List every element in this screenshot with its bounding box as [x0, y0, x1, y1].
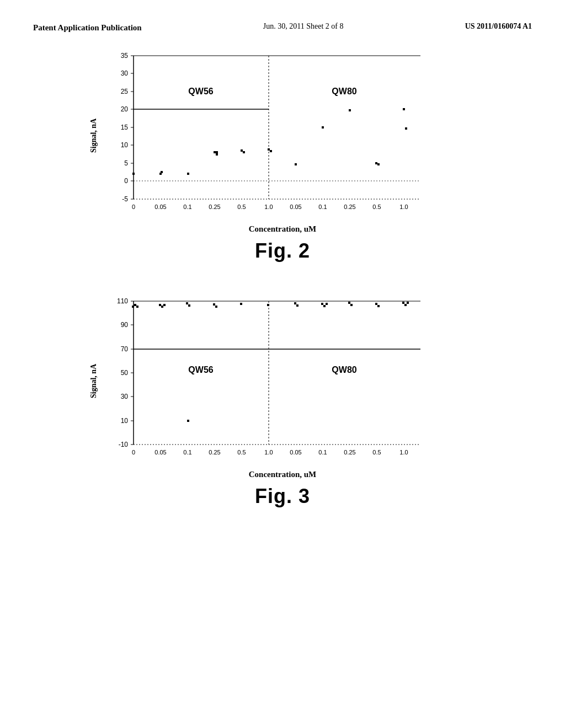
svg-text:0.25: 0.25	[209, 204, 220, 210]
svg-rect-47	[295, 163, 297, 165]
fig2-svg: 35 30 25 20 15 10	[100, 50, 443, 221]
svg-rect-100	[296, 304, 299, 307]
svg-text:0.5: 0.5	[372, 449, 381, 456]
svg-text:1.0: 1.0	[264, 204, 273, 210]
svg-text:0.25: 0.25	[344, 449, 355, 456]
svg-rect-97	[267, 304, 269, 306]
svg-rect-39	[187, 173, 189, 175]
svg-rect-48	[322, 126, 324, 129]
svg-rect-90	[161, 306, 163, 308]
svg-text:10: 10	[121, 417, 129, 425]
svg-text:QW56: QW56	[188, 87, 213, 96]
svg-rect-98	[187, 420, 189, 422]
svg-rect-109	[404, 304, 407, 306]
svg-rect-43	[241, 149, 243, 152]
header-center: Jun. 30, 2011 Sheet 2 of 8	[263, 22, 344, 31]
svg-text:0.1: 0.1	[183, 204, 191, 210]
svg-rect-108	[402, 302, 404, 304]
svg-text:20: 20	[121, 105, 129, 113]
svg-rect-92	[186, 302, 188, 304]
svg-rect-89	[159, 304, 161, 306]
svg-rect-93	[188, 304, 190, 307]
fig3-svg: 110 90 70 50 30 10	[100, 296, 443, 467]
svg-text:1.0: 1.0	[264, 449, 273, 456]
svg-rect-110	[407, 302, 409, 304]
svg-text:0.25: 0.25	[209, 449, 220, 456]
svg-rect-51	[377, 163, 380, 165]
svg-rect-104	[348, 302, 350, 304]
svg-text:0.5: 0.5	[237, 449, 246, 456]
svg-rect-40	[214, 151, 216, 153]
svg-rect-101	[321, 303, 323, 305]
svg-rect-52	[403, 108, 405, 110]
svg-text:0.5: 0.5	[237, 204, 246, 210]
svg-text:10: 10	[121, 141, 129, 149]
svg-rect-49	[349, 109, 351, 111]
fig2-y-label: Signal, nA	[89, 50, 98, 221]
svg-rect-91	[163, 304, 166, 306]
svg-text:-5: -5	[122, 195, 128, 203]
svg-rect-99	[294, 302, 296, 304]
svg-text:0.5: 0.5	[372, 204, 381, 210]
svg-rect-46	[270, 150, 272, 152]
fig2-title: Fig. 2	[255, 239, 310, 263]
fig3-x-label: Concentration, uM	[249, 470, 317, 479]
svg-rect-107	[377, 305, 380, 307]
svg-text:QW56: QW56	[188, 365, 213, 374]
svg-text:QW80: QW80	[332, 87, 356, 96]
datapoint	[132, 173, 135, 175]
svg-text:30: 30	[121, 393, 129, 400]
svg-rect-87	[134, 304, 136, 306]
svg-text:0.25: 0.25	[344, 204, 355, 210]
svg-text:0.05: 0.05	[290, 449, 301, 456]
svg-rect-44	[243, 151, 245, 153]
svg-rect-53	[405, 127, 407, 130]
svg-text:25: 25	[121, 88, 129, 95]
svg-text:110: 110	[117, 297, 128, 305]
svg-text:0.1: 0.1	[318, 204, 327, 210]
svg-text:0.05: 0.05	[290, 204, 301, 210]
fig2-section: Signal, nA 35	[89, 50, 476, 279]
svg-text:35: 35	[121, 52, 129, 60]
svg-rect-95	[215, 306, 217, 308]
svg-rect-88	[136, 306, 138, 308]
svg-text:-10: -10	[119, 441, 129, 448]
fig3-wrapper: Signal, nA 110 90	[89, 296, 476, 467]
svg-rect-45	[268, 148, 270, 151]
svg-text:1.0: 1.0	[399, 204, 408, 210]
svg-text:0: 0	[124, 177, 128, 185]
svg-text:0: 0	[132, 449, 135, 456]
svg-text:70: 70	[121, 345, 129, 353]
svg-rect-42	[216, 151, 218, 153]
svg-text:30: 30	[121, 69, 129, 77]
svg-rect-102	[323, 305, 326, 307]
header: Patent Application Publication Jun. 30, …	[33, 22, 532, 34]
svg-text:0.05: 0.05	[154, 204, 166, 210]
page: Patent Application Publication Jun. 30, …	[0, 0, 565, 728]
svg-rect-106	[375, 303, 377, 305]
svg-text:1.0: 1.0	[399, 449, 408, 456]
svg-text:0.05: 0.05	[154, 449, 166, 456]
header-left: Patent Application Publication	[33, 22, 142, 34]
svg-rect-38	[161, 171, 163, 173]
svg-text:90: 90	[121, 321, 129, 329]
svg-rect-103	[326, 303, 328, 305]
fig3-y-label: Signal, nA	[89, 296, 98, 467]
svg-text:0.1: 0.1	[318, 449, 327, 456]
svg-text:0.1: 0.1	[183, 449, 191, 456]
svg-rect-105	[350, 304, 353, 306]
svg-text:50: 50	[121, 369, 129, 377]
svg-text:5: 5	[124, 159, 128, 167]
svg-text:15: 15	[121, 124, 129, 131]
svg-rect-94	[213, 303, 215, 306]
svg-rect-96	[240, 303, 242, 305]
svg-text:0: 0	[132, 204, 135, 210]
fig2-wrapper: Signal, nA 35	[89, 50, 476, 221]
header-right: US 2011/0160074 A1	[465, 22, 532, 31]
fig2-x-label: Concentration, uM	[249, 224, 317, 234]
fig3-chart-area: 110 90 70 50 30 10	[100, 296, 476, 467]
svg-rect-50	[375, 162, 377, 164]
fig3-title: Fig. 3	[255, 485, 310, 508]
fig3-section: Signal, nA 110 90	[89, 296, 476, 524]
svg-rect-86	[132, 306, 134, 308]
